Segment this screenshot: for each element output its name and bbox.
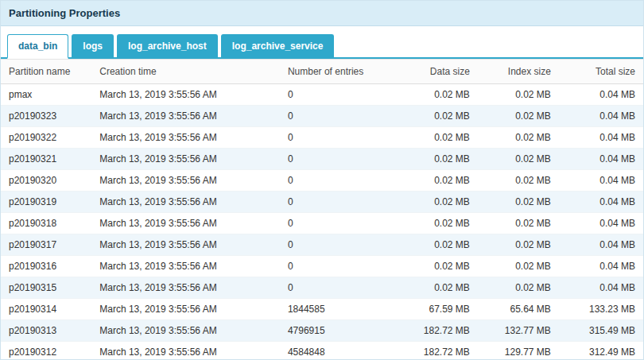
table-row[interactable]: p20190314March 13, 2019 3:55:56 AM184458… xyxy=(1,299,643,320)
partitioning-properties-panel: Partitioning Properties data_binlogslog_… xyxy=(0,0,644,360)
partitions-table: Partition nameCreation timeNumber of ent… xyxy=(1,59,643,359)
cell-data-size: 182.72 MB xyxy=(394,342,478,360)
cell-creation-time: March 13, 2019 3:55:56 AM xyxy=(91,106,280,127)
cell-creation-time: March 13, 2019 3:55:56 AM xyxy=(91,149,280,170)
cell-index-size: 0.02 MB xyxy=(478,106,559,127)
cell-partition-name: p20190322 xyxy=(1,127,91,149)
cell-number-of-entries: 4584848 xyxy=(280,342,394,360)
table-row[interactable]: p20190317March 13, 2019 3:55:56 AM00.02 … xyxy=(1,234,643,256)
tab-log_archive_service[interactable]: log_archive_service xyxy=(221,34,335,57)
cell-number-of-entries: 0 xyxy=(280,127,394,149)
cell-data-size: 0.02 MB xyxy=(394,213,478,234)
column-header-index-size[interactable]: Index size xyxy=(478,60,559,84)
tab-logs[interactable]: logs xyxy=(72,34,114,57)
panel-title: Partitioning Properties xyxy=(1,1,643,26)
cell-number-of-entries: 0 xyxy=(280,149,394,170)
cell-index-size: 0.02 MB xyxy=(478,277,559,299)
cell-number-of-entries: 0 xyxy=(280,256,394,277)
cell-total-size: 0.04 MB xyxy=(559,256,643,277)
cell-total-size: 312.49 MB xyxy=(559,342,643,360)
table-row[interactable]: p20190323March 13, 2019 3:55:56 AM00.02 … xyxy=(1,106,643,127)
cell-creation-time: March 13, 2019 3:55:56 AM xyxy=(91,234,280,256)
cell-number-of-entries: 4796915 xyxy=(280,320,394,342)
column-header-number-of-entries[interactable]: Number of entries xyxy=(280,60,394,84)
cell-data-size: 0.02 MB xyxy=(394,149,478,170)
cell-index-size: 0.02 MB xyxy=(478,256,559,277)
column-header-partition-name[interactable]: Partition name xyxy=(1,60,91,84)
cell-data-size: 0.02 MB xyxy=(394,170,478,192)
cell-total-size: 315.49 MB xyxy=(559,320,643,342)
cell-number-of-entries: 0 xyxy=(280,234,394,256)
cell-number-of-entries: 0 xyxy=(280,213,394,234)
cell-partition-name: p20190321 xyxy=(1,149,91,170)
cell-partition-name: p20190313 xyxy=(1,320,91,342)
cell-total-size: 133.23 MB xyxy=(559,299,643,320)
column-header-total-size[interactable]: Total size xyxy=(559,60,643,84)
tab-data_bin[interactable]: data_bin xyxy=(7,34,68,59)
cell-total-size: 0.04 MB xyxy=(559,277,643,299)
cell-index-size: 0.02 MB xyxy=(478,170,559,192)
cell-partition-name: pmax xyxy=(1,84,91,106)
cell-total-size: 0.04 MB xyxy=(559,213,643,234)
cell-index-size: 0.02 MB xyxy=(478,127,559,149)
cell-total-size: 0.04 MB xyxy=(559,192,643,213)
cell-data-size: 0.02 MB xyxy=(394,234,478,256)
cell-data-size: 182.72 MB xyxy=(394,320,478,342)
cell-partition-name: p20190315 xyxy=(1,277,91,299)
cell-total-size: 0.04 MB xyxy=(559,170,643,192)
cell-creation-time: March 13, 2019 3:55:56 AM xyxy=(91,213,280,234)
cell-data-size: 0.02 MB xyxy=(394,106,478,127)
table-row[interactable]: p20190312March 13, 2019 3:55:56 AM458484… xyxy=(1,342,643,360)
table-row[interactable]: p20190315March 13, 2019 3:55:56 AM00.02 … xyxy=(1,277,643,299)
cell-index-size: 129.77 MB xyxy=(478,342,559,360)
cell-index-size: 0.02 MB xyxy=(478,149,559,170)
cell-creation-time: March 13, 2019 3:55:56 AM xyxy=(91,84,280,106)
cell-index-size: 132.77 MB xyxy=(478,320,559,342)
table-head: Partition nameCreation timeNumber of ent… xyxy=(1,60,643,84)
cell-partition-name: p20190320 xyxy=(1,170,91,192)
tabs-bar: data_binlogslog_archive_hostlog_archive_… xyxy=(1,26,643,59)
cell-creation-time: March 13, 2019 3:55:56 AM xyxy=(91,127,280,149)
cell-data-size: 0.02 MB xyxy=(394,127,478,149)
cell-data-size: 0.02 MB xyxy=(394,84,478,106)
cell-number-of-entries: 1844585 xyxy=(280,299,394,320)
cell-data-size: 0.02 MB xyxy=(394,192,478,213)
cell-partition-name: p20190318 xyxy=(1,213,91,234)
partitions-table-container: Partition nameCreation timeNumber of ent… xyxy=(1,59,643,359)
cell-partition-name: p20190314 xyxy=(1,299,91,320)
cell-data-size: 0.02 MB xyxy=(394,256,478,277)
column-header-data-size[interactable]: Data size xyxy=(394,60,478,84)
cell-partition-name: p20190323 xyxy=(1,106,91,127)
table-body: pmaxMarch 13, 2019 3:55:56 AM00.02 MB0.0… xyxy=(1,84,643,360)
table-row[interactable]: p20190316March 13, 2019 3:55:56 AM00.02 … xyxy=(1,256,643,277)
column-header-creation-time[interactable]: Creation time xyxy=(91,60,280,84)
cell-number-of-entries: 0 xyxy=(280,277,394,299)
cell-creation-time: March 13, 2019 3:55:56 AM xyxy=(91,342,280,360)
tab-log_archive_host[interactable]: log_archive_host xyxy=(117,34,218,57)
cell-data-size: 0.02 MB xyxy=(394,277,478,299)
cell-number-of-entries: 0 xyxy=(280,84,394,106)
cell-partition-name: p20190317 xyxy=(1,234,91,256)
table-row[interactable]: pmaxMarch 13, 2019 3:55:56 AM00.02 MB0.0… xyxy=(1,84,643,106)
cell-index-size: 0.02 MB xyxy=(478,192,559,213)
table-header-row: Partition nameCreation timeNumber of ent… xyxy=(1,60,643,84)
cell-index-size: 65.64 MB xyxy=(478,299,559,320)
cell-data-size: 67.59 MB xyxy=(394,299,478,320)
cell-partition-name: p20190316 xyxy=(1,256,91,277)
cell-partition-name: p20190319 xyxy=(1,192,91,213)
table-row[interactable]: p20190321March 13, 2019 3:55:56 AM00.02 … xyxy=(1,149,643,170)
table-row[interactable]: p20190322March 13, 2019 3:55:56 AM00.02 … xyxy=(1,127,643,149)
cell-index-size: 0.02 MB xyxy=(478,213,559,234)
table-row[interactable]: p20190320March 13, 2019 3:55:56 AM00.02 … xyxy=(1,170,643,192)
cell-number-of-entries: 0 xyxy=(280,170,394,192)
cell-creation-time: March 13, 2019 3:55:56 AM xyxy=(91,320,280,342)
cell-creation-time: March 13, 2019 3:55:56 AM xyxy=(91,192,280,213)
cell-creation-time: March 13, 2019 3:55:56 AM xyxy=(91,256,280,277)
cell-total-size: 0.04 MB xyxy=(559,106,643,127)
table-row[interactable]: p20190319March 13, 2019 3:55:56 AM00.02 … xyxy=(1,192,643,213)
cell-index-size: 0.02 MB xyxy=(478,84,559,106)
table-row[interactable]: p20190318March 13, 2019 3:55:56 AM00.02 … xyxy=(1,213,643,234)
cell-total-size: 0.04 MB xyxy=(559,84,643,106)
table-row[interactable]: p20190313March 13, 2019 3:55:56 AM479691… xyxy=(1,320,643,342)
cell-total-size: 0.04 MB xyxy=(559,149,643,170)
